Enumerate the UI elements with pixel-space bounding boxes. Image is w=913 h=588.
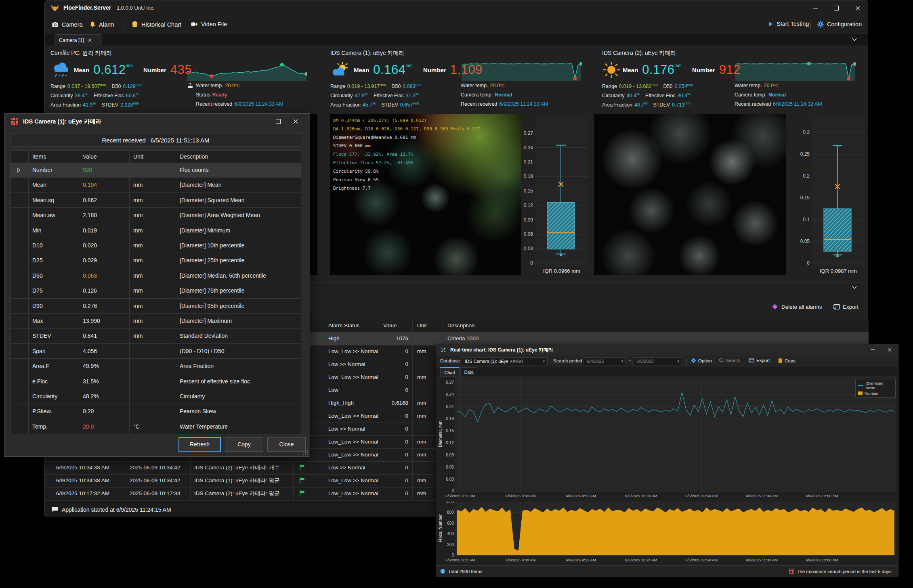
option-button[interactable]: Option (691, 358, 712, 363)
dialog-maximize-button[interactable] (270, 115, 286, 128)
alarm-value: 0 (376, 371, 408, 384)
item-description: [Diameter] Maximum (180, 314, 232, 329)
alarm-cell: 6/9/2025 10:34:38 AM (56, 461, 109, 474)
resize-grip[interactable] (303, 450, 309, 455)
refresh-button[interactable]: Refresh (178, 437, 221, 452)
collapse-top-chevron-icon[interactable] (852, 38, 857, 42)
item-unit: mm (133, 178, 143, 193)
dialog-row[interactable]: D100.020mm[Diameter] 10th percentile (10, 238, 301, 253)
alarm-cell: 2025-06-09 10:34:42 (130, 474, 180, 487)
item-name: Temp. (32, 419, 48, 434)
camera-image-ids2[interactable] (594, 114, 786, 275)
col-header-unit[interactable]: Unit (417, 319, 427, 332)
normal-flag-icon (299, 490, 305, 497)
maximize-button[interactable] (827, 1, 846, 15)
database-select[interactable]: IDS Camera (1): uEye 카메라▾ (462, 357, 548, 365)
dialog-close-button[interactable] (288, 115, 304, 128)
col-header-description[interactable]: Description (180, 151, 208, 163)
svg-text:200: 200 (447, 542, 454, 547)
dialog-row[interactable]: Temp.20.0°CWater Temperature (10, 419, 301, 434)
alarm-status: Low_Low >> Normal (328, 345, 378, 358)
item-description: Pearson Skew (180, 404, 216, 419)
svg-text:6/5/2025 9:30 AM: 6/5/2025 9:30 AM (506, 494, 536, 498)
search-button[interactable]: Search (719, 358, 740, 363)
dialog-row[interactable]: Area.F49.9%Area Fraction (10, 359, 301, 374)
tab-chart[interactable]: Chart (440, 367, 460, 377)
alarm-status: Low_Low >> Normal (328, 371, 378, 384)
dialog-row[interactable]: Mean.sq0.862mm[Diameter] Squared Mean (10, 193, 301, 208)
item-unit: mm (133, 314, 143, 329)
dialog-row[interactable]: Max13.990mm[Diameter] Maximum (10, 314, 301, 329)
dialog-row[interactable]: Circularity48.2%Circularity (10, 389, 301, 404)
copy-button[interactable]: Copy (225, 437, 263, 452)
dialog-row[interactable]: D250.029mm[Diameter] 25th percentile (10, 253, 301, 268)
start-testing-button[interactable]: Start Testing (768, 21, 809, 27)
tab-strip: Camera [1] (45, 34, 868, 46)
rt-diameter-chart: 0.270.240.210.180.150.120.090.060.0306/5… (436, 377, 896, 500)
scatter-chart-icon (440, 347, 446, 353)
col-header-alarm-status[interactable]: Alarm Status (328, 319, 359, 332)
dialog-row[interactable]: D900.276mm[Diameter] 95th percentile (10, 299, 301, 314)
title-bar: FlocFinder.Server 1.0.0.0 UnU Inc. (45, 0, 868, 16)
dialog-row[interactable]: e.Floc31.5%Percent of effective size flo… (10, 374, 301, 389)
collapse-alarm-chevron-icon[interactable] (852, 285, 857, 289)
svg-text:0.12: 0.12 (524, 203, 533, 208)
mean-label: Mean (623, 67, 638, 73)
period-start-select[interactable]: 6/4/2025▾ (584, 357, 626, 365)
dialog-row[interactable]: Mean0.194mm[Diameter] Mean (10, 178, 301, 193)
close-dialog-button[interactable]: Close (267, 437, 306, 452)
dialog-row[interactable]: Min0.019mm[Diameter] Minimum (10, 223, 301, 238)
item-unit: °C (133, 419, 140, 434)
svg-text:0.15: 0.15 (524, 188, 533, 194)
camera-image-ids1[interactable]: DM 0.344mm (-206.27%) (5.699-0.012)DA 1.… (330, 114, 521, 275)
dialog-row[interactable]: STDEV0.841mmStandard Deviation (10, 329, 301, 343)
alarm-menu-button[interactable]: Alarm (89, 21, 114, 28)
rt-export-button[interactable]: Export (749, 358, 770, 363)
col-header-value[interactable]: Value (83, 151, 97, 163)
configuration-button[interactable]: Configuration (817, 21, 862, 28)
dialog-row[interactable]: Number920Floc counts (10, 163, 301, 178)
app-logo-fox-icon (50, 4, 59, 12)
alarm-value: 0 (376, 474, 408, 487)
alarm-unit: mm (417, 345, 426, 358)
minimize-button[interactable] (806, 1, 825, 15)
col-header-unit[interactable]: Unit (133, 151, 143, 163)
camera-menu-button[interactable]: Camera (51, 21, 83, 28)
col-header-items[interactable]: Items (32, 151, 46, 163)
item-name: Area.F (32, 359, 49, 374)
alarm-value: 0 (376, 448, 408, 461)
alarm-status: Low >> Normal (328, 423, 365, 435)
close-icon (888, 348, 892, 352)
alarm-unit: mm (417, 410, 426, 423)
tab-camera-1[interactable]: Camera [1] (54, 34, 102, 46)
col-header-value[interactable]: Value (383, 319, 397, 332)
item-value: 48.2% (83, 389, 99, 404)
dialog-row[interactable]: D500.063mm[Diameter] Median, 50th percen… (10, 268, 301, 283)
close-button[interactable] (848, 1, 867, 15)
video-file-menu-label: Video File (201, 21, 227, 27)
historical-chart-menu-button[interactable]: Historical Chart (131, 21, 181, 28)
rt-minimize-button[interactable] (865, 344, 880, 355)
legend-line-swatch (858, 385, 863, 386)
rt-copy-button[interactable]: Copy (778, 358, 795, 363)
export-alarms-button[interactable]: Export (833, 300, 858, 314)
item-name: Min (32, 223, 42, 238)
rain-cloud-icon (51, 61, 70, 79)
period-end-select[interactable]: 6/5/2025▾ (634, 357, 682, 365)
tab-data[interactable]: Data (460, 367, 477, 377)
svg-text:0.03: 0.03 (446, 477, 454, 481)
camera-name: Comfile PC: 원격 카메라 (50, 50, 112, 57)
col-header-description[interactable]: Description (447, 319, 475, 332)
tab-close-icon[interactable] (88, 38, 92, 42)
video-file-menu-button[interactable]: Video File (190, 21, 227, 28)
minimize-icon (871, 349, 875, 350)
dialog-row[interactable]: D750.126mm[Diameter] 75th percentile (10, 283, 301, 298)
rt-close-button[interactable] (882, 344, 897, 355)
delete-all-alarms-button[interactable]: Delete all alarms (772, 300, 822, 314)
gear-icon (817, 21, 824, 28)
dialog-row[interactable]: Mean.aw2.180mm[Diameter] Area Weighted M… (10, 208, 301, 223)
rt-export-label: Export (756, 358, 770, 363)
rt-max-period-note: The maximum search period is the last 5 … (797, 569, 893, 574)
dialog-row[interactable]: Span4.056(D90 - D10) / D50 (10, 344, 301, 359)
dialog-row[interactable]: P.Skew.0.20Pearson Skew (10, 404, 301, 419)
